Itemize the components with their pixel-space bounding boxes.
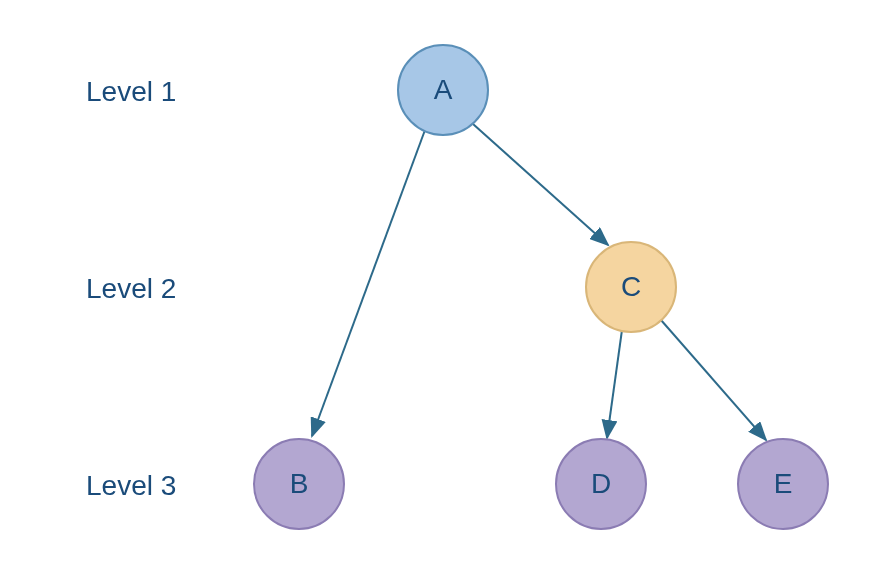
node-e: E	[737, 438, 829, 530]
node-e-label: E	[774, 468, 793, 500]
level-3-label: Level 3	[86, 470, 176, 502]
edge-c-e	[661, 320, 766, 440]
node-b: B	[253, 438, 345, 530]
level-1-label: Level 1	[86, 76, 176, 108]
node-d-label: D	[591, 468, 611, 500]
node-a: A	[397, 44, 489, 136]
node-c: C	[585, 241, 677, 333]
level-2-label: Level 2	[86, 273, 176, 305]
edge-c-d	[607, 330, 622, 438]
edge-a-c	[473, 124, 608, 245]
node-a-label: A	[434, 74, 453, 106]
edge-a-b	[312, 130, 425, 436]
node-c-label: C	[621, 271, 641, 303]
node-b-label: B	[290, 468, 309, 500]
node-d: D	[555, 438, 647, 530]
